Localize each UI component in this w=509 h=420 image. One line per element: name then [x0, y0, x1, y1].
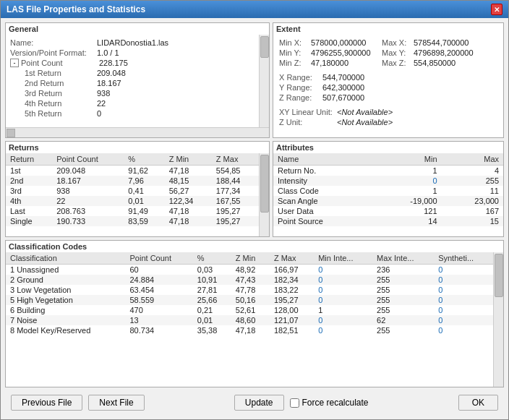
general-section: General Name: LIDARDonostia1.las Version…: [5, 22, 270, 138]
collapse-icon[interactable]: -: [10, 59, 19, 67]
cell-class-mininte: 0: [314, 315, 372, 325]
cell-class-synth: 0: [434, 305, 493, 315]
cell-attr-max: 167: [442, 206, 503, 216]
z-unit-row: Z Unit: <Not Available>: [279, 117, 497, 127]
close-button[interactable]: ✕: [491, 4, 502, 15]
cell-count: 938: [52, 186, 124, 196]
returns-section: Returns Return Point Count % Z Min Z Max: [5, 141, 270, 237]
class-col-zmax: Z Max: [270, 252, 314, 265]
cell-attr-min: 1: [375, 166, 441, 176]
y-range-label: Y Range:: [279, 83, 322, 92]
returns-row: Last 208.763 91,49 47,18 195,27: [6, 206, 259, 216]
col-zmax: Z Max: [212, 153, 259, 166]
cell-zmin: 47,18: [165, 206, 212, 216]
y-range-row: Y Range: 642,300000: [279, 82, 497, 93]
cell-class-pct: 10,91: [193, 275, 231, 285]
cell-class: 5 High Vegetation: [6, 295, 126, 305]
general-scrollbar-h[interactable]: [6, 127, 269, 137]
cell-class-zmax: 195,27: [270, 295, 314, 305]
general-scrollbar-v[interactable]: [259, 35, 269, 127]
cell-class-maxinte: 255: [372, 275, 434, 285]
returns-scrollbar-v[interactable]: [259, 153, 269, 236]
cell-count: 18.167: [52, 176, 124, 186]
extent-section: Extent Min X: 578000,000000 Max X: 57854…: [273, 22, 504, 138]
class-row: 8 Model Key/Reserved 80.734 35,38 47,18 …: [6, 325, 493, 335]
ok-button[interactable]: OK: [458, 395, 498, 411]
classification-section: Classification Codes Classification Poin…: [5, 240, 504, 387]
attr-row: Intensity 0 255: [273, 176, 503, 186]
next-file-button[interactable]: Next File: [88, 395, 144, 411]
point-count-row: - Point Count 228.175: [10, 58, 257, 68]
cell-attr-max: 23,000: [442, 196, 503, 206]
version-row: Version/Point Format: 1.0 / 1: [10, 48, 257, 58]
cell-return: 4th: [6, 196, 52, 206]
cell-class-zmax: 182,34: [270, 275, 314, 285]
returns-row: 2nd 18.167 7,96 48,15 188,44: [6, 176, 259, 186]
cell-class-zmax: 182,51: [270, 325, 314, 335]
z-unit-value: <Not Available>: [337, 118, 393, 127]
cell-class-zmin: 52,61: [231, 305, 270, 315]
fourth-return-row: 4th Return 22: [25, 98, 257, 108]
x-range-row: X Range: 544,700000: [279, 72, 497, 82]
attr-row: Point Source 14 15: [273, 216, 503, 226]
class-col-maxinte: Max Inte...: [372, 252, 434, 265]
first-return-value: 209.048: [97, 69, 126, 77]
cell-class-mininte: 0: [314, 265, 372, 275]
version-label: Version/Point Format:: [10, 48, 97, 57]
cell-return: 2nd: [6, 176, 52, 186]
cell-class-maxinte: 236: [372, 265, 434, 275]
cell-class-maxinte: 255: [372, 295, 434, 305]
returns-table-wrapper: Return Point Count % Z Min Z Max 1st 209…: [6, 153, 269, 236]
returns-row: Single 190.733 83,59 47,18 195,27: [6, 216, 259, 226]
cell-return: 1st: [6, 166, 52, 176]
fourth-return-value: 22: [97, 99, 106, 108]
cell-class-mininte: 0: [314, 325, 372, 335]
cell-class-mininte: 1: [314, 305, 372, 315]
cell-count: 208.763: [52, 206, 124, 216]
xy-unit-value: <Not Available>: [337, 108, 393, 116]
min-y-cell: Min Y: 4796255,900000: [279, 48, 376, 57]
class-scrollbar-v[interactable]: [493, 252, 503, 387]
class-tbody: 1 Unassigned 60 0,03 48,92 166,97 0 236 …: [6, 265, 493, 336]
general-hscroll-thumb[interactable]: [7, 129, 15, 137]
point-count-value: 228.175: [99, 59, 128, 67]
cell-pct: 91,62: [124, 166, 164, 176]
class-inner: Classification Point Count % Z Min Z Max…: [6, 252, 503, 387]
cell-class-count: 80.734: [126, 325, 193, 335]
cell-class-mininte: 0: [314, 275, 372, 285]
attr-row: Class Code 1 11: [273, 186, 503, 196]
cell-attr-min: 0: [375, 176, 441, 186]
third-return-label: 3rd Return: [25, 89, 97, 98]
update-button[interactable]: Update: [234, 395, 284, 411]
col-zmin: Z Min: [165, 153, 212, 166]
class-col-mininte: Min Inte...: [314, 252, 372, 265]
force-recalculate-checkbox[interactable]: [290, 398, 299, 408]
returns-scrollbar-thumb[interactable]: [260, 155, 269, 213]
attr-col-name: Name: [273, 153, 375, 166]
class-col-count: Point Count: [126, 252, 193, 265]
name-label: Name:: [10, 38, 97, 47]
xy-unit-row: XY Linear Unit: <Not Available>: [279, 107, 497, 117]
cell-return: 3rd: [6, 186, 52, 196]
first-return-row: 1st Return 209.048: [25, 68, 257, 78]
force-recalculate-label: Force recalculate: [302, 398, 369, 408]
class-scrollbar-thumb[interactable]: [495, 254, 503, 297]
extent-y-row: Min Y: 4796255,900000 Max Y: 4796898,200…: [279, 48, 497, 58]
cell-zmax: 188,44: [212, 176, 259, 186]
returns-table: Return Point Count % Z Min Z Max 1st 209…: [6, 153, 259, 226]
attributes-table: Name Min Max Return No. 1 4 Intensity 0 …: [273, 153, 503, 226]
cell-class-zmax: 121,07: [270, 315, 314, 325]
attr-tbody: Return No. 1 4 Intensity 0 255 Class Cod…: [273, 166, 503, 227]
returns-label: Returns: [6, 142, 269, 153]
previous-file-button[interactable]: Previous File: [11, 395, 82, 411]
fifth-return-value: 0: [97, 109, 101, 118]
general-scrollbar-thumb[interactable]: [260, 36, 269, 58]
min-x-label: Min X:: [279, 38, 308, 47]
first-return-label: 1st Return: [25, 69, 97, 77]
bottom-bar: Previous File Next File Update Force rec…: [5, 390, 504, 415]
cell-class-count: 63.454: [126, 285, 193, 295]
col-return: Return: [6, 153, 52, 166]
cell-attr-name: Scan Angle: [273, 196, 375, 206]
fourth-return-label: 4th Return: [25, 99, 97, 108]
class-header-row: Classification Point Count % Z Min Z Max…: [6, 252, 493, 265]
